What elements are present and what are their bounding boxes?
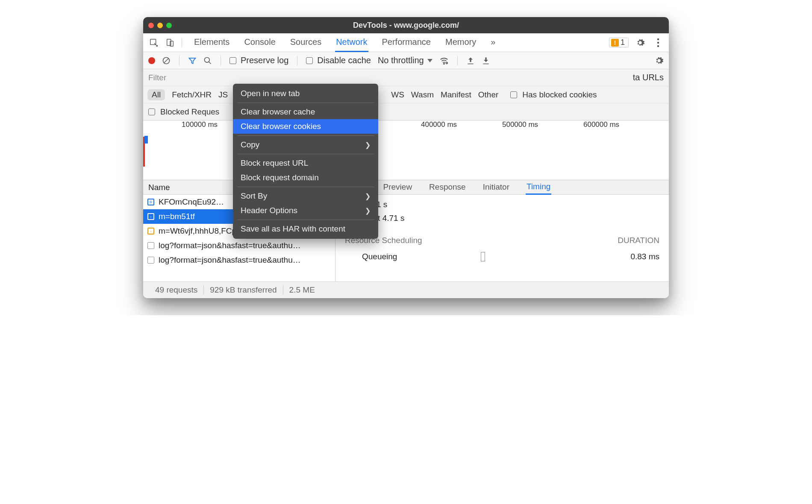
device-toolbar-icon[interactable]	[164, 36, 177, 49]
queueing-label: Queueing	[362, 252, 397, 261]
blocked-requests-label[interactable]: Blocked Reques	[160, 107, 219, 117]
separator	[179, 56, 179, 65]
queueing-bar	[481, 252, 485, 261]
has-blocked-cookies-checkbox[interactable]: Has blocked cookies	[510, 90, 597, 100]
context-menu-item-label: Block request URL	[241, 158, 308, 168]
request-row[interactable]: log?format=json&hasfast=true&authu…	[143, 238, 335, 253]
split-pane: Name ⎘ KFOmCnqEu92… ◦ m=bm51tf ◦ m=Wt6vj…	[143, 180, 669, 282]
context-menu-divider	[237, 103, 374, 103]
preserve-log-checkbox[interactable]: Preserve log	[229, 56, 288, 65]
type-fetch-xhr[interactable]: Fetch/XHR	[172, 90, 212, 100]
context-menu-item[interactable]: Save all as HAR with content	[233, 222, 378, 236]
filter-funnel-icon[interactable]	[188, 56, 197, 65]
titlebar: DevTools - www.google.com/	[143, 17, 669, 33]
request-name: log?format=json&hasfast=true&authu…	[159, 241, 301, 250]
context-menu-item[interactable]: Clear browser cookies	[233, 119, 378, 134]
throttling-value: No throttling	[378, 56, 424, 65]
context-menu-item-label: Clear browser cookies	[241, 122, 321, 131]
devtools-window: DevTools - www.google.com/ Elements Cons…	[143, 17, 669, 298]
context-menu-item[interactable]: Copy❯	[233, 138, 378, 152]
duration-header-label: DURATION	[618, 236, 659, 245]
panel-tabs: Elements Console Sources Network Perform…	[193, 33, 606, 52]
context-menu-item[interactable]: Clear browser cache	[233, 105, 378, 119]
filter-input[interactable]: Filter	[148, 73, 166, 82]
timing-line-started: Started at 4.71 s	[345, 214, 659, 223]
queueing-value: 0.83 ms	[630, 252, 659, 261]
type-js[interactable]: JS	[218, 90, 228, 100]
tab-network[interactable]: Network	[335, 33, 368, 52]
context-menu-divider	[237, 220, 374, 220]
filter-bar: Filter ta URLs	[143, 69, 669, 86]
tab-console[interactable]: Console	[243, 33, 276, 52]
detail-tabs: aders Preview Response Initiator Timing	[335, 180, 669, 195]
context-menu-item[interactable]: Header Options❯	[233, 203, 378, 218]
request-type-filter-row: All Fetch/XHR JS WS Wasm Manifest Other …	[143, 86, 669, 103]
waterfall-tick: 500000 ms	[502, 120, 538, 129]
kebab-menu-icon[interactable]	[652, 36, 665, 49]
waterfall-tick: 100000 ms	[182, 120, 218, 129]
panel-tabs-bar: Elements Console Sources Network Perform…	[143, 33, 669, 52]
chevron-right-icon: ❯	[365, 141, 371, 149]
upload-icon[interactable]	[466, 56, 475, 65]
zoom-window-button[interactable]	[166, 23, 172, 28]
type-all[interactable]: All	[147, 89, 165, 100]
network-settings-gear-icon[interactable]	[654, 56, 664, 65]
search-icon[interactable]	[203, 56, 212, 65]
svg-point-9	[446, 62, 447, 64]
context-menu-item[interactable]: Open in new tab	[233, 86, 378, 101]
svg-point-8	[444, 63, 444, 64]
minimize-window-button[interactable]	[157, 23, 163, 28]
context-menu-item[interactable]: Sort By❯	[233, 189, 378, 203]
status-bar: 49 requests 929 kB transferred 2.5 ME	[143, 282, 669, 298]
tab-sources[interactable]: Sources	[289, 33, 322, 52]
blocked-requests-row: Blocked Reques	[143, 103, 669, 120]
context-menu-item-label: Sort By	[241, 191, 267, 201]
tabs-right-controls: ! 1	[609, 36, 665, 49]
context-menu-item[interactable]: Block request URL	[233, 156, 378, 170]
detail-tab-response[interactable]: Response	[428, 181, 467, 194]
close-window-button[interactable]	[148, 23, 154, 28]
network-toolbar: Preserve log Disable cache No throttling	[143, 52, 669, 69]
request-name: log?format=json&hasfast=true&authu…	[159, 255, 301, 265]
request-row[interactable]: log?format=json&hasfast=true&authu…	[143, 253, 335, 267]
detail-tab-timing[interactable]: Timing	[526, 180, 551, 195]
tab-memory[interactable]: Memory	[444, 33, 477, 52]
has-blocked-cookies-label: Has blocked cookies	[522, 90, 597, 100]
type-manifest[interactable]: Manifest	[441, 90, 471, 100]
svg-point-4	[657, 41, 659, 44]
record-button[interactable]	[148, 57, 155, 64]
hide-data-urls-tail[interactable]: ta URLs	[633, 73, 664, 82]
throttling-select[interactable]: No throttling	[378, 56, 432, 65]
context-menu-divider	[237, 135, 374, 136]
network-conditions-icon[interactable]	[439, 56, 449, 65]
svg-point-5	[657, 45, 659, 47]
type-wasm[interactable]: Wasm	[411, 90, 434, 100]
svg-point-7	[205, 57, 210, 62]
clear-icon[interactable]	[162, 56, 171, 65]
context-menu-item-label: Block request domain	[241, 173, 319, 182]
detail-tab-preview[interactable]: Preview	[382, 181, 413, 194]
warnings-badge[interactable]: ! 1	[609, 38, 629, 47]
tab-elements[interactable]: Elements	[193, 33, 230, 52]
context-menu-item-label: Copy	[241, 140, 259, 149]
request-name: m=bm51tf	[159, 212, 195, 221]
download-icon[interactable]	[482, 56, 490, 65]
detail-tab-initiator[interactable]: Initiator	[482, 181, 510, 194]
waterfall-overview[interactable]: 100000 ms 400000 ms 500000 ms 600000 ms	[143, 120, 669, 180]
settings-gear-icon[interactable]	[634, 36, 647, 49]
context-menu-item[interactable]: Block request domain	[233, 170, 378, 185]
context-menu: Open in new tabClear browser cacheClear …	[233, 84, 378, 239]
separator	[182, 38, 182, 47]
tab-overflow[interactable]: »	[490, 33, 496, 52]
type-ws[interactable]: WS	[391, 90, 404, 100]
inspect-element-icon[interactable]	[147, 36, 160, 49]
chevron-right-icon: ❯	[365, 192, 371, 200]
separator	[221, 56, 221, 65]
file-icon	[147, 242, 154, 249]
svg-point-3	[657, 38, 659, 40]
disable-cache-checkbox[interactable]: Disable cache	[306, 56, 371, 65]
file-icon: ⎘	[147, 199, 154, 205]
type-other[interactable]: Other	[478, 90, 499, 100]
tab-performance[interactable]: Performance	[381, 33, 432, 52]
request-name: KFOmCnqEu92…	[159, 197, 224, 207]
